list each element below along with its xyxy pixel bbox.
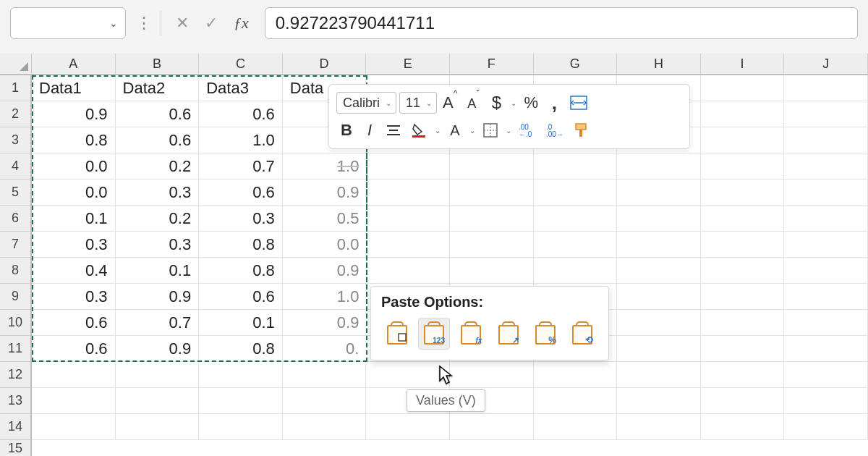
select-all-corner[interactable]	[0, 54, 32, 75]
cell[interactable]: 0.7	[116, 310, 200, 336]
cell[interactable]	[617, 414, 701, 440]
paste-values-button[interactable]: 123	[418, 318, 449, 350]
cell[interactable]: 1.0	[199, 127, 283, 153]
cell[interactable]	[534, 388, 618, 414]
comma-format-button[interactable]: ,	[544, 92, 564, 114]
name-box[interactable]: ⌄	[10, 7, 126, 39]
cell[interactable]	[534, 258, 618, 284]
row-header[interactable]: 2	[0, 101, 30, 127]
cell[interactable]	[534, 232, 618, 258]
cell[interactable]: 0.0	[283, 232, 367, 258]
enter-icon[interactable]: ✓	[199, 11, 224, 35]
col-header-H[interactable]: H	[617, 54, 701, 74]
cell[interactable]	[784, 127, 868, 153]
decrease-font-button[interactable]: Aˇ	[463, 92, 483, 114]
row-header[interactable]: 14	[0, 414, 30, 440]
cell[interactable]: 0.7	[199, 153, 283, 180]
cell[interactable]	[617, 284, 701, 310]
cell[interactable]: Data2	[116, 75, 200, 101]
cell[interactable]	[784, 336, 868, 362]
row-header[interactable]: 10	[0, 310, 30, 336]
cell[interactable]: 0.9	[283, 180, 367, 206]
cell[interactable]	[617, 153, 701, 180]
cell[interactable]	[116, 414, 200, 440]
cell[interactable]	[701, 414, 785, 440]
cell[interactable]	[534, 206, 618, 232]
cell[interactable]	[784, 75, 868, 101]
cell[interactable]	[450, 206, 534, 232]
cell[interactable]	[617, 310, 701, 336]
row-header[interactable]: 6	[0, 206, 30, 232]
fx-icon[interactable]: ƒx	[228, 11, 255, 35]
cell[interactable]	[366, 232, 450, 258]
cell[interactable]	[32, 414, 116, 440]
cell[interactable]: 0.3	[32, 284, 116, 310]
cell[interactable]: 0.3	[116, 232, 200, 258]
cell[interactable]	[617, 388, 701, 414]
cell[interactable]: 0.1	[116, 258, 200, 284]
cell[interactable]	[784, 206, 868, 232]
cell[interactable]: 0.9	[116, 336, 200, 362]
row-header[interactable]: 9	[0, 284, 30, 310]
col-header-D[interactable]: D	[283, 54, 367, 74]
cell[interactable]	[701, 180, 785, 206]
cell[interactable]	[784, 101, 868, 127]
chevron-down-icon[interactable]: ⌄	[468, 127, 477, 135]
cell[interactable]	[701, 75, 785, 101]
cell[interactable]	[366, 258, 450, 284]
cell[interactable]: 0.6	[199, 101, 283, 127]
merge-center-button[interactable]	[567, 92, 590, 114]
col-header-A[interactable]: A	[32, 54, 116, 74]
col-header-J[interactable]: J	[784, 54, 868, 74]
cell[interactable]: 0.8	[199, 336, 283, 362]
cell[interactable]	[784, 258, 868, 284]
paste-transpose-button[interactable]: ↗	[493, 318, 524, 350]
increase-decimal-button[interactable]: .00←.0	[516, 119, 540, 141]
cell[interactable]	[701, 127, 785, 153]
cell[interactable]	[617, 206, 701, 232]
cell[interactable]: 0.6	[32, 336, 116, 362]
chevron-down-icon[interactable]: ⌄	[433, 127, 442, 135]
accounting-format-button[interactable]: $	[486, 92, 506, 114]
font-color-button[interactable]: A	[445, 119, 465, 141]
cell[interactable]: 0.0	[32, 180, 116, 206]
cell[interactable]	[116, 362, 200, 388]
chevron-down-icon[interactable]: ⌄	[509, 99, 518, 107]
row-header[interactable]: 3	[0, 127, 30, 153]
row-header[interactable]: 12	[0, 362, 30, 388]
cell[interactable]: 0.9	[283, 258, 367, 284]
cell[interactable]	[617, 258, 701, 284]
cell[interactable]	[116, 388, 200, 414]
cell[interactable]: 0.8	[32, 127, 116, 153]
cell[interactable]	[617, 180, 701, 206]
cell[interactable]: 0.9	[32, 101, 116, 127]
italic-button[interactable]: I	[359, 119, 380, 141]
cell[interactable]: 0.6	[32, 310, 116, 336]
cell[interactable]	[617, 336, 701, 362]
cell[interactable]	[784, 388, 868, 414]
col-header-G[interactable]: G	[534, 54, 618, 74]
cell[interactable]: 0.8	[199, 258, 283, 284]
col-header-B[interactable]: B	[116, 54, 200, 74]
formula-input[interactable]: 0.927223790441711	[265, 7, 858, 39]
cell[interactable]	[701, 206, 785, 232]
col-header-E[interactable]: E	[366, 54, 450, 74]
row-header[interactable]: 11	[0, 336, 30, 362]
cell[interactable]	[366, 180, 450, 206]
format-painter-button[interactable]	[571, 119, 594, 141]
fill-color-button[interactable]	[407, 119, 430, 141]
cell[interactable]	[366, 206, 450, 232]
cell[interactable]	[450, 362, 534, 388]
cell[interactable]	[450, 232, 534, 258]
cell[interactable]: 0.2	[116, 153, 200, 180]
cell[interactable]	[701, 101, 785, 127]
col-header-I[interactable]: I	[701, 54, 785, 74]
font-family-select[interactable]: Calibri⌄	[336, 92, 396, 114]
cell[interactable]: 0.2	[116, 206, 200, 232]
cell[interactable]	[283, 414, 367, 440]
decrease-decimal-button[interactable]: .0.00→	[543, 119, 568, 141]
cell[interactable]: 0.6	[116, 127, 200, 153]
paste-formatting-button[interactable]: %	[529, 318, 561, 350]
cell[interactable]	[784, 232, 868, 258]
row-header[interactable]: 4	[0, 153, 30, 180]
